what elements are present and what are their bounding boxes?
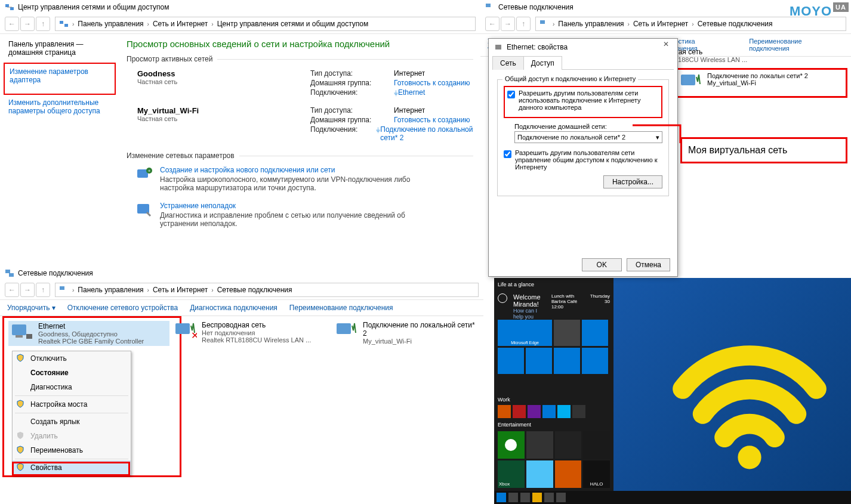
tile[interactable] [555,431,582,459]
connection-link[interactable]: Ethernet [398,88,425,97]
ethernet-adapter-icon [679,72,702,94]
task-new-connection[interactable]: Создание и настройка нового подключения … [160,166,335,174]
nav-back[interactable]: ← [5,283,19,297]
nav-up[interactable]: ↑ [36,17,50,31]
svg-rect-12 [12,324,26,335]
tile-office[interactable] [498,405,511,418]
tile[interactable] [498,348,524,374]
network-connections-icon [59,285,69,295]
tile-xbox[interactable]: Xbox [498,460,525,488]
svg-rect-9 [5,270,10,273]
close-button[interactable]: ✕ [657,40,675,53]
toolbar-disable[interactable]: Отключение сетевого устройства [67,304,178,312]
tile-edge[interactable]: Microsoft Edge [498,320,552,346]
ok-button[interactable]: OK [582,258,622,271]
ethernet-icon [494,42,503,52]
homegroup-link[interactable]: Готовность к созданию [394,79,470,87]
tile-store[interactable] [582,348,608,374]
nav-up[interactable]: ↑ [36,283,50,297]
nav-back[interactable]: ← [485,17,500,31]
svg-rect-13 [16,335,23,338]
settings-button[interactable]: Настройка... [603,175,662,188]
tile[interactable] [572,405,585,418]
tile[interactable] [555,460,582,488]
nav-up[interactable]: ↑ [516,17,531,31]
windows10-illustration: Life at a glance Welcome Miranda! How ca… [494,278,851,504]
taskbar-search[interactable] [508,493,518,502]
nav-forward[interactable]: → [501,17,515,31]
tile[interactable] [542,405,556,418]
taskbar-edge[interactable] [544,493,554,502]
sidebar-sharing-settings[interactable]: Изменить дополнительные параметры общего… [8,98,111,115]
toolbar-organize[interactable]: Упорядочить ▾ [7,304,56,312]
ctx-rename[interactable]: Переименовать [13,443,131,457]
window-title: Сетевые подключения [18,269,93,277]
ctx-status[interactable]: Состояние [13,366,131,380]
svg-rect-1 [10,7,14,10]
network-center-icon [59,19,69,29]
crumb[interactable]: Сеть и Интернет [153,20,208,28]
svg-rect-14 [26,334,32,339]
connection-local2[interactable]: Подключение по локальной сети* 2 My_virt… [334,321,477,345]
breadcrumb[interactable]: › Панель управления › Сеть и Интернет › … [55,283,479,297]
tile-mail[interactable] [582,320,608,346]
connection-wireless[interactable]: ✕ Беспроводная сеть Нет подключения Real… [173,321,334,344]
nav-forward[interactable]: → [20,17,35,31]
checkbox-allow-sharing[interactable] [507,91,515,98]
tile-skype[interactable] [557,405,571,418]
tile[interactable] [513,405,526,418]
ctx-shortcut[interactable]: Создать ярлык [13,415,131,429]
homegroup-link[interactable]: Готовность к созданию [394,116,470,124]
ethernet-adapter-icon [10,322,33,344]
tile-photos[interactable] [554,320,580,346]
tab-access[interactable]: Доступ [523,56,562,70]
taskbar-explorer[interactable] [532,493,542,502]
tile[interactable] [583,431,610,459]
tile-onenote[interactable] [528,405,541,418]
window-title: Сетевые подключения [498,3,574,11]
taskbar-taskview[interactable] [520,493,530,502]
wifi-icon [666,314,833,481]
ctx-diagnostics[interactable]: Диагностика [13,380,131,394]
crumb[interactable]: Центр управления сетями и общим доступом [217,20,369,28]
toolbar-rename[interactable]: Переименование подключения [289,304,393,312]
start-button[interactable] [497,493,506,502]
tile[interactable] [554,348,580,374]
toolbar-diagnose[interactable]: Диагностика подключения [190,304,278,312]
ctx-bridge[interactable]: Настройка моста [13,397,131,412]
tile-xbox[interactable] [498,431,525,459]
tab-network[interactable]: Сеть [492,56,524,70]
network-center-icon [5,2,14,12]
sidebar-home[interactable]: Панель управления — домашняя страница [8,40,111,57]
shield-icon [16,446,24,454]
tile-halo[interactable]: HΛLO [583,460,610,488]
tile[interactable] [526,460,553,488]
brand-logo: MOYOUA [790,4,849,19]
connection-wireless[interactable]: ная сеть 8188CU Wireless LAN ... [674,48,835,63]
svg-rect-4 [64,24,68,27]
breadcrumb[interactable]: › Панель управления › Сеть и Интернет › … [55,17,476,31]
connection-link[interactable]: Подключение по локальной сети* 2 [380,125,473,142]
sidebar-adapter-settings[interactable]: Изменение параметров адаптера [10,67,110,84]
nav-forward[interactable]: → [20,283,35,297]
group-label: Общий доступ к подключению к Интернету [502,75,638,82]
task-troubleshoot[interactable]: Устранение неполадок [160,202,236,210]
nav-back[interactable]: ← [5,17,19,31]
taskbar-store[interactable] [556,493,566,502]
cancel-button[interactable]: Отмена [627,258,670,271]
highlight-box: Подключение по локальн сети* 2 My_virtua… [674,68,847,98]
task-desc: Диагностика и исправление проблем с сеть… [160,211,440,228]
tile[interactable] [526,348,552,374]
network-name: My_virtual_Wi-Fi [137,106,310,115]
checkbox-allow-control[interactable] [504,150,511,158]
ctx-disable[interactable]: Отключить [13,351,131,366]
tile[interactable] [526,431,553,459]
task-desc: Настройка широкополосного, коммутируемог… [160,175,440,192]
svg-rect-15 [175,323,190,334]
connection-ethernet[interactable]: Ethernet Goodness, Общедоступно Realtek … [8,321,169,346]
svg-rect-20 [681,75,695,85]
context-menu: Отключить Состояние Диагностика Настройк… [12,351,131,475]
crumb[interactable]: Панель управления [78,20,143,28]
section-active-networks: Просмотр активных сетей [127,55,212,63]
page-heading: Просмотр основных сведений о сети и наст… [127,39,473,49]
